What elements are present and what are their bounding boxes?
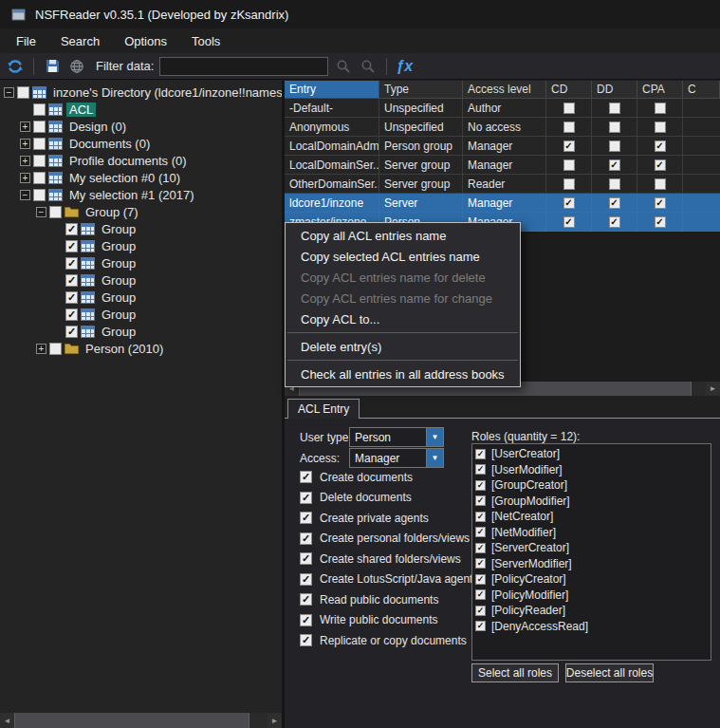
grid-cell-dd[interactable] [592, 156, 637, 175]
tab-acl-entry[interactable]: ACL Entry [287, 399, 360, 419]
menu-options[interactable]: Options [112, 30, 179, 52]
grid-cell-dd[interactable] [592, 194, 637, 213]
chevron-down-icon[interactable]: ▼ [426, 449, 443, 467]
checkbox[interactable] [475, 574, 486, 585]
grid-cell-cd[interactable] [546, 99, 592, 118]
checkbox[interactable] [475, 543, 486, 553]
checkbox[interactable] [563, 121, 575, 133]
checkbox[interactable] [609, 103, 620, 114]
grid-cell-cd[interactable] [546, 118, 592, 137]
expand-icon[interactable]: + [20, 156, 30, 166]
sync-icon[interactable] [6, 57, 25, 76]
tree-checkbox[interactable] [49, 343, 62, 355]
tree-item[interactable]: +My selection #0 (10) [0, 169, 282, 186]
filter-input[interactable] [159, 57, 328, 76]
role-item[interactable]: [ServerCreator] [475, 540, 711, 556]
context-menu-item[interactable]: Delete entry(s) [286, 336, 520, 357]
permission-item[interactable]: Delete documents [300, 488, 478, 509]
tree-checkbox[interactable] [33, 155, 46, 167]
context-menu-item[interactable]: Copy ACL to... [286, 308, 520, 329]
checkbox[interactable] [475, 527, 486, 537]
grid-cell-cd[interactable] [546, 156, 592, 175]
column-header-cd[interactable]: CD [546, 81, 592, 99]
tree-checkbox[interactable] [65, 308, 78, 321]
role-item[interactable]: [UserCreator] [475, 446, 711, 462]
search-icon[interactable] [334, 57, 353, 76]
column-header-entry[interactable]: Entry [285, 81, 379, 99]
user-type-dropdown[interactable]: Person ▼ [349, 427, 444, 447]
tree-checkbox[interactable] [65, 223, 78, 235]
permission-item[interactable]: Create documents [300, 467, 478, 488]
checkbox[interactable] [609, 178, 620, 190]
permission-item[interactable]: Create LotusScript/Java agents [300, 569, 478, 590]
checkbox[interactable] [655, 197, 666, 209]
checkbox[interactable] [300, 593, 312, 606]
checkbox[interactable] [655, 216, 666, 228]
tree-checkbox[interactable] [33, 121, 46, 133]
checkbox[interactable] [300, 492, 312, 504]
menu-file[interactable]: File [4, 30, 48, 52]
grid-cell-cd[interactable] [546, 194, 592, 213]
deselect-all-roles-button[interactable]: Deselect all roles [565, 663, 654, 682]
expand-icon[interactable]: + [36, 344, 46, 354]
grid-cell-dd[interactable] [592, 213, 637, 232]
grid-cell-cpa[interactable] [637, 194, 683, 213]
grid-row[interactable]: OtherDomainSer...Server groupReader [285, 175, 720, 194]
column-header-type[interactable]: Type [379, 81, 463, 99]
permission-item[interactable]: Create shared folders/views [300, 549, 478, 569]
checkbox[interactable] [300, 614, 312, 626]
tree-item[interactable]: Group [0, 237, 282, 254]
scrollbar-right-arrow[interactable]: ► [706, 382, 720, 396]
grid-cell-cpa[interactable] [637, 118, 683, 137]
checkbox[interactable] [300, 634, 312, 646]
checkbox[interactable] [475, 495, 486, 506]
checkbox[interactable] [475, 606, 486, 616]
tree-item[interactable]: −inzone's Directory (ldcore1/inzone!!nam… [0, 84, 282, 101]
tree-checkbox[interactable] [65, 326, 78, 338]
checkbox[interactable] [609, 216, 620, 228]
checkbox[interactable] [300, 573, 312, 586]
menu-search[interactable]: Search [48, 30, 112, 52]
checkbox[interactable] [563, 197, 575, 209]
tree-checkbox[interactable] [33, 172, 46, 184]
tree-item[interactable]: Group [0, 289, 282, 306]
expand-icon[interactable]: + [20, 121, 30, 132]
grid-row[interactable]: LocalDomainAdm...Person groupManager [285, 137, 720, 156]
grid-row[interactable]: -Default-UnspecifiedAuthor [285, 99, 720, 118]
tree-checkbox[interactable] [33, 103, 46, 116]
grid-row[interactable]: ldcore1/inzoneServerManager [285, 194, 720, 213]
collapse-icon[interactable]: − [4, 87, 14, 98]
checkbox[interactable] [475, 449, 486, 459]
tree-item[interactable]: +Design (0) [0, 118, 282, 135]
save-icon[interactable] [43, 57, 62, 76]
checkbox[interactable] [655, 178, 666, 190]
role-item[interactable]: [DenyAccessRead] [475, 619, 711, 635]
checkbox[interactable] [655, 103, 666, 114]
tree-item[interactable]: −Group (7) [0, 203, 282, 220]
menu-tools[interactable]: Tools [179, 30, 232, 52]
tree-checkbox[interactable] [65, 257, 78, 270]
tree-checkbox[interactable] [17, 86, 29, 99]
grid-cell-cpa[interactable] [637, 99, 683, 118]
role-item[interactable]: [GroupModifier] [475, 494, 711, 510]
checkbox[interactable] [475, 589, 486, 600]
checkbox[interactable] [609, 197, 620, 209]
tree-checkbox[interactable] [33, 138, 46, 150]
permission-item[interactable]: Replicate or copy documents [300, 630, 478, 651]
collapse-icon[interactable]: − [20, 190, 30, 200]
checkbox[interactable] [475, 621, 486, 631]
checkbox[interactable] [609, 121, 620, 133]
chevron-down-icon[interactable]: ▼ [426, 428, 443, 446]
checkbox[interactable] [300, 471, 312, 483]
access-dropdown[interactable]: Manager ▼ [349, 448, 444, 468]
role-item[interactable]: [ServerModifier] [475, 556, 711, 572]
grid-cell-dd[interactable] [592, 175, 637, 194]
checkbox[interactable] [609, 159, 620, 171]
tree-item[interactable]: +Profile documents (0) [0, 152, 282, 169]
tree-item[interactable]: Group [0, 254, 282, 271]
tree-item[interactable]: Group [0, 271, 282, 289]
checkbox[interactable] [563, 159, 575, 171]
expand-icon[interactable]: + [20, 139, 30, 149]
grid-cell-cpa[interactable] [637, 213, 683, 232]
grid-cell-cd[interactable] [546, 137, 592, 156]
